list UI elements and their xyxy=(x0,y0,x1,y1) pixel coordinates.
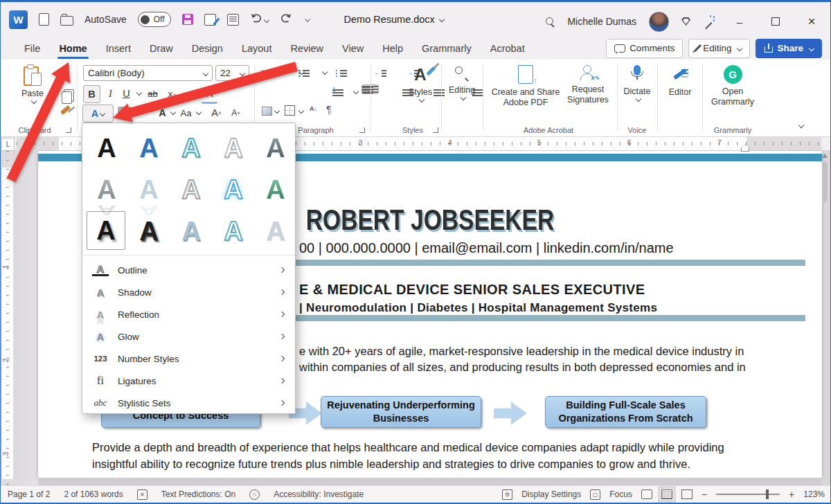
strikethrough-button[interactable]: ab xyxy=(145,85,161,102)
menu-item-shadow[interactable]: AShadow xyxy=(82,281,295,303)
subscript-button[interactable]: x₂ xyxy=(164,85,180,102)
highlight-color-button[interactable] xyxy=(118,107,133,116)
shading-chevron-icon[interactable] xyxy=(274,108,280,114)
maximize-button[interactable] xyxy=(764,16,787,28)
zoom-out-button[interactable]: − xyxy=(702,489,707,500)
display-settings-icon[interactable]: ⚙ xyxy=(502,489,512,500)
tab-grammarly[interactable]: Grammarly xyxy=(422,43,472,54)
decrease-indent-icon[interactable] xyxy=(375,69,386,78)
bullets-chevron-icon[interactable] xyxy=(276,69,282,75)
document-title[interactable]: Demo Resume.docx xyxy=(344,14,444,25)
comments-button[interactable]: Comments xyxy=(606,39,683,58)
sort-icon[interactable]: A↓ xyxy=(310,105,317,112)
tab-help[interactable]: Help xyxy=(382,43,403,54)
close-button[interactable]: × xyxy=(800,14,823,29)
menu-item-number-styles[interactable]: 123Number Styles xyxy=(82,348,295,370)
undo-chevron-icon[interactable] xyxy=(263,17,269,23)
paste-button[interactable]: Paste xyxy=(13,65,52,103)
styles-dialog-launcher[interactable] xyxy=(433,127,438,133)
request-signatures-button[interactable]: x∿ Request Signatures xyxy=(562,65,614,105)
text-effect-option-teal-outline-shadow[interactable]: A xyxy=(215,213,252,250)
tab-design[interactable]: Design xyxy=(192,43,223,54)
tab-layout[interactable]: Layout xyxy=(242,43,272,54)
word-app-icon[interactable]: W xyxy=(9,10,28,29)
text-effect-option-fill-blue[interactable]: A xyxy=(130,129,168,167)
word-count[interactable]: 2 of 1063 words xyxy=(64,489,123,499)
text-effect-option-blue-bevel[interactable]: A xyxy=(172,213,210,250)
menu-item-outline[interactable]: AOutline xyxy=(82,259,295,281)
text-effect-option-silver-reflection[interactable]: AA xyxy=(88,171,125,208)
scrollbar-thumb[interactable] xyxy=(822,162,828,202)
italic-button[interactable]: I xyxy=(102,85,118,102)
save-as-icon[interactable] xyxy=(204,14,216,26)
font-color-button[interactable]: A xyxy=(154,105,170,121)
menu-item-glow[interactable]: AGlow xyxy=(82,325,295,348)
avatar[interactable] xyxy=(649,12,669,32)
font-name-combobox[interactable]: Calibri (Body) xyxy=(83,65,213,81)
line-spacing-chevron-icon[interactable] xyxy=(353,89,359,94)
dictate-button[interactable]: Dictate xyxy=(620,65,654,101)
zoom-slider[interactable] xyxy=(716,494,780,495)
editing-mode-button[interactable]: Editing xyxy=(688,39,750,58)
page-indicator[interactable]: Page 1 of 2 xyxy=(8,489,50,499)
qat-overflow-icon[interactable] xyxy=(305,17,310,22)
multilevel-list-chevron-icon[interactable] xyxy=(322,69,328,75)
bullets-icon[interactable] xyxy=(262,69,273,78)
grow-font-button[interactable]: A˄ xyxy=(208,105,224,121)
font-color-chevron-icon[interactable] xyxy=(170,109,176,115)
text-effect-option-black-bevel[interactable]: A xyxy=(130,213,168,250)
borders-icon[interactable] xyxy=(285,105,295,116)
web-layout-icon[interactable] xyxy=(681,489,692,499)
undo-icon[interactable] xyxy=(250,13,269,26)
change-case-chevron-icon[interactable] xyxy=(196,109,202,115)
tab-view[interactable]: View xyxy=(342,43,364,54)
editor-button[interactable]: Editor xyxy=(662,66,698,98)
create-share-pdf-button[interactable]: Create and Share Adobe PDF xyxy=(490,65,562,108)
print-layout-icon[interactable] xyxy=(661,489,672,499)
text-effect-option-silver-outline[interactable]: A xyxy=(172,171,210,208)
focus-icon[interactable]: ▢ xyxy=(590,489,600,500)
open-file-icon[interactable] xyxy=(60,16,73,26)
underline-chevron-icon[interactable] xyxy=(136,90,142,96)
text-effect-option-green-gradient[interactable]: A xyxy=(257,171,294,208)
proofing-errors-icon[interactable]: ✕ xyxy=(137,489,148,500)
copy-icon[interactable] xyxy=(62,91,72,104)
premium-gem-icon[interactable] xyxy=(681,17,690,26)
text-predictions[interactable]: Text Predictions: On xyxy=(161,489,235,499)
display-settings[interactable]: Display Settings xyxy=(521,489,581,499)
superscript-button[interactable]: x² xyxy=(181,85,197,102)
text-effect-option-black-shadow-selected[interactable]: A xyxy=(87,211,125,250)
accessibility-icon[interactable]: ☆ xyxy=(249,489,260,500)
tab-draw[interactable]: Draw xyxy=(150,43,173,54)
minimize-button[interactable]: – xyxy=(728,16,751,28)
text-effects-button[interactable]: A xyxy=(82,105,114,123)
assistant-wand-icon[interactable] xyxy=(703,15,715,28)
borders-chevron-icon[interactable] xyxy=(298,108,304,114)
text-effect-option-pale-gray[interactable]: A xyxy=(257,213,294,250)
text-effect-option-blue-glow[interactable]: A xyxy=(215,171,252,208)
open-grammarly-button[interactable]: G Open Grammarly xyxy=(707,65,758,107)
search-icon[interactable] xyxy=(546,17,555,26)
tab-acrobat[interactable]: Acrobat xyxy=(490,43,525,54)
text-effect-option-blue-reflection[interactable]: AA xyxy=(130,171,168,208)
menu-item-ligatures[interactable]: fiLigatures xyxy=(82,370,295,392)
text-effect-option-fill-black[interactable]: A xyxy=(88,129,125,167)
read-mode-icon[interactable] xyxy=(641,489,652,499)
bold-button[interactable]: B xyxy=(83,85,100,103)
zoom-slider-thumb[interactable] xyxy=(766,489,769,499)
redo-icon[interactable] xyxy=(280,13,292,26)
format-painter-icon[interactable] xyxy=(60,105,71,115)
vertical-scrollbar[interactable] xyxy=(821,154,829,479)
print-preview-icon[interactable] xyxy=(227,14,239,26)
text-effect-option-outline-white[interactable]: A xyxy=(215,129,252,167)
focus-mode[interactable]: Focus xyxy=(609,489,632,499)
paragraph-dialog-launcher[interactable] xyxy=(359,127,365,133)
ribbon-collapse-chevron-icon[interactable] xyxy=(798,123,804,128)
autosave-toggle[interactable]: Off xyxy=(138,12,171,27)
shrink-font-button[interactable]: A˅ xyxy=(228,105,244,121)
zoom-in-button[interactable]: + xyxy=(789,489,794,500)
accessibility-status[interactable]: Accessibility: Investigate xyxy=(274,489,364,499)
tab-stop-selector[interactable]: L xyxy=(1,138,15,151)
new-document-icon[interactable] xyxy=(39,13,49,26)
save-icon[interactable] xyxy=(182,14,193,25)
